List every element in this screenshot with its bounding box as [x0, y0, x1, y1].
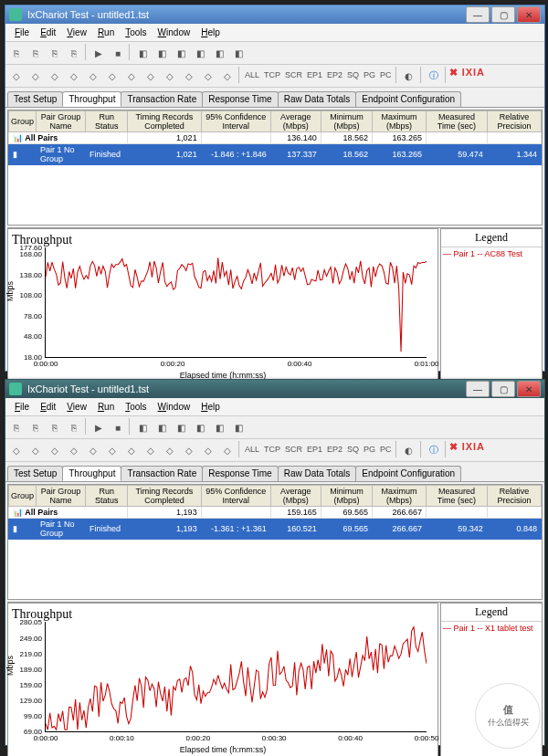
tool-icon[interactable]: ⎘ — [26, 44, 45, 62]
tool-icon[interactable]: ◇ — [142, 67, 160, 85]
toolbar-tag-pc[interactable]: PC — [378, 441, 394, 459]
summary-row[interactable]: 📊 All Pairs1,021136.14018.562163.265 — [9, 132, 542, 144]
tool-icon[interactable]: ⎘ — [65, 44, 83, 62]
tool-icon[interactable]: ◇ — [26, 441, 45, 459]
tab-throughput[interactable]: Throughput — [62, 466, 121, 481]
tab-throughput[interactable]: Throughput — [62, 91, 121, 107]
col-header[interactable]: Maximum (Mbps) — [373, 486, 427, 507]
col-header[interactable]: 95% Confidence Interval — [201, 111, 270, 132]
toolbar-tag-ep1[interactable]: EP1 — [305, 441, 324, 459]
toolbar-tag-ep2[interactable]: EP2 — [325, 441, 344, 459]
toolbar-tag-all[interactable]: ALL — [243, 441, 261, 459]
tool-icon[interactable]: ◇ — [180, 67, 198, 85]
tool-icon[interactable]: ◇ — [180, 441, 198, 459]
tool-icon[interactable]: ⎘ — [65, 418, 83, 436]
col-header[interactable]: Pair Group Name — [37, 111, 86, 132]
tool-icon[interactable]: ◧ — [210, 44, 228, 62]
plot-area[interactable]: 69.0099.00129.00159.00189.00219.00249.00… — [45, 622, 427, 732]
tool-icon[interactable]: ◇ — [142, 441, 160, 459]
tab-transaction-rate[interactable]: Transaction Rate — [121, 466, 203, 481]
close-button[interactable]: ✕ — [517, 6, 541, 23]
toolbar-tag-all[interactable]: ALL — [243, 67, 261, 85]
toolbar-tag-tcp[interactable]: TCP — [262, 67, 282, 85]
tool-icon[interactable]: ◇ — [103, 67, 121, 85]
tool-icon[interactable]: ◧ — [172, 44, 190, 62]
col-header[interactable]: Relative Precision — [487, 111, 541, 132]
grid-body[interactable] — [8, 165, 542, 225]
tool-icon[interactable]: ◇ — [199, 67, 217, 85]
legend-item[interactable]: Pair 1 -- AC88 Test — [441, 247, 542, 260]
toolbar-tag-ep1[interactable]: EP1 — [305, 67, 324, 85]
tool-icon[interactable]: ◇ — [161, 441, 179, 459]
tool-icon[interactable]: ◧ — [229, 44, 248, 62]
tool-icon[interactable]: ◇ — [46, 441, 64, 459]
col-header[interactable]: Run Status — [86, 486, 128, 507]
tool-icon[interactable]: ◇ — [7, 441, 26, 459]
col-header[interactable]: Timing Records Completed — [128, 111, 201, 132]
toolbar-tag-scr[interactable]: SCR — [283, 67, 304, 85]
col-header[interactable]: Pair Group Name — [37, 486, 86, 507]
toolbar-tag-scr[interactable]: SCR — [283, 441, 304, 459]
col-header[interactable]: Minimum (Mbps) — [321, 486, 372, 507]
tool-icon[interactable]: ◇ — [218, 441, 237, 459]
toolbar-tag-pg[interactable]: PG — [362, 67, 377, 85]
toolbar-tag-pc[interactable]: PC — [378, 67, 394, 85]
tab-test-setup[interactable]: Test Setup — [7, 91, 63, 107]
stop-icon[interactable]: ■ — [109, 44, 127, 62]
tool-icon[interactable]: ◧ — [133, 44, 152, 62]
menu-file[interactable]: File — [9, 400, 35, 414]
col-header[interactable]: Minimum (Mbps) — [321, 111, 372, 132]
menu-run[interactable]: Run — [92, 26, 120, 39]
menu-tools[interactable]: Tools — [120, 26, 152, 39]
menu-edit[interactable]: Edit — [35, 26, 61, 39]
maximize-button[interactable]: ▢ — [491, 6, 515, 23]
menu-run[interactable]: Run — [92, 400, 120, 414]
col-header[interactable]: Measured Time (sec) — [427, 486, 488, 507]
toolbar-tag-pg[interactable]: PG — [362, 441, 377, 459]
menu-tools[interactable]: Tools — [120, 400, 152, 414]
col-header[interactable]: Relative Precision — [487, 486, 541, 507]
tab-test-setup[interactable]: Test Setup — [7, 466, 63, 481]
titlebar[interactable]: IxChariot Test - untitled1.tst — ▢ ✕ — [5, 5, 544, 24]
tool-icon[interactable]: ◇ — [26, 67, 45, 85]
tool-icon[interactable]: ◧ — [191, 418, 209, 436]
pair-row[interactable]: ▮Pair 1 No GroupFinished1,193-1.361 : +1… — [9, 519, 542, 540]
toolbar-tag-ep2[interactable]: EP2 — [325, 67, 344, 85]
tool-icon[interactable]: ◇ — [122, 441, 141, 459]
tool-icon[interactable]: ◐ — [400, 67, 418, 85]
tool-icon[interactable]: ◧ — [229, 418, 248, 436]
col-header[interactable]: Group — [9, 111, 37, 132]
tab-transaction-rate[interactable]: Transaction Rate — [121, 91, 203, 107]
minimize-button[interactable]: — — [466, 381, 490, 397]
menu-help[interactable]: Help — [195, 400, 226, 414]
tool-icon[interactable]: ◧ — [191, 44, 209, 62]
grid-body[interactable] — [8, 540, 542, 599]
tool-icon[interactable]: ⎘ — [7, 44, 26, 62]
tool-icon[interactable]: ◇ — [65, 441, 83, 459]
tool-icon[interactable]: ◧ — [210, 418, 228, 436]
tool-icon[interactable]: ◧ — [133, 418, 152, 436]
col-header[interactable]: Maximum (Mbps) — [373, 111, 427, 132]
tool-icon[interactable]: ◇ — [84, 441, 102, 459]
tool-icon[interactable]: ◇ — [84, 67, 102, 85]
menu-edit[interactable]: Edit — [35, 400, 61, 414]
tool-icon[interactable]: ◇ — [7, 67, 26, 85]
tab-raw-data-totals[interactable]: Raw Data Totals — [278, 466, 357, 481]
col-header[interactable]: Average (Mbps) — [270, 111, 321, 132]
col-header[interactable]: Timing Records Completed — [128, 486, 201, 507]
stop-icon[interactable]: ■ — [109, 418, 127, 436]
toolbar-tag-tcp[interactable]: TCP — [262, 441, 282, 459]
menu-view[interactable]: View — [61, 400, 92, 414]
run-icon[interactable]: ▶ — [90, 44, 108, 62]
tool-icon[interactable]: ◇ — [122, 67, 141, 85]
tab-response-time[interactable]: Response Time — [202, 466, 278, 481]
tab-response-time[interactable]: Response Time — [202, 91, 278, 107]
tool-icon[interactable]: ⎘ — [26, 418, 45, 436]
tab-endpoint-configuration[interactable]: Endpoint Configuration — [355, 466, 461, 481]
menu-view[interactable]: View — [61, 26, 92, 39]
col-header[interactable]: Average (Mbps) — [270, 486, 321, 507]
col-header[interactable]: Measured Time (sec) — [427, 111, 488, 132]
tool-icon[interactable]: ⎘ — [46, 418, 64, 436]
tool-icon[interactable]: ◇ — [199, 441, 217, 459]
col-header[interactable]: 95% Confidence Interval — [201, 486, 270, 507]
